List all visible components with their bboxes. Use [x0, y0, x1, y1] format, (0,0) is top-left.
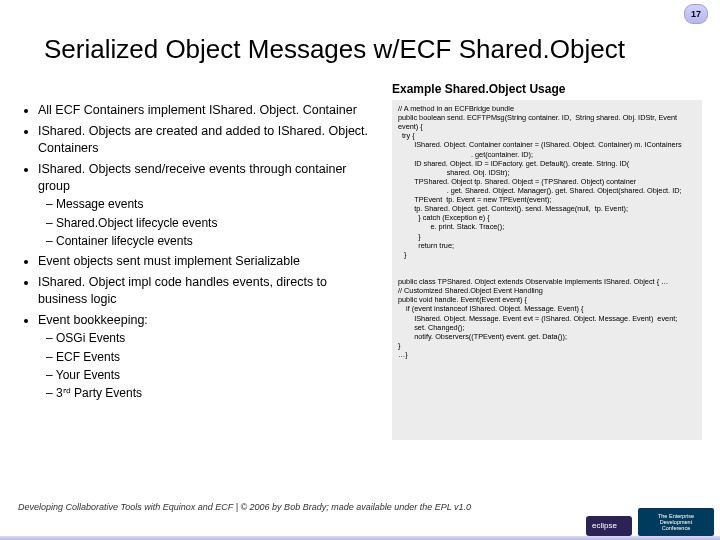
- sub-bullet: OSGi Events: [60, 330, 372, 346]
- bullet-list: All ECF Containers implement IShared. Ob…: [22, 102, 372, 401]
- code-example: // A method in an ECFBridge bundle publi…: [392, 100, 702, 440]
- sub-list: Message events Shared.Object lifecycle e…: [38, 196, 372, 249]
- bullet-column: All ECF Containers implement IShared. Ob…: [22, 102, 372, 405]
- bullet-text: Event bookkeeping:: [38, 313, 148, 327]
- sub-bullet: Shared.Object lifecycle events: [60, 215, 372, 231]
- page-number: 17: [691, 9, 701, 19]
- eclipse-world-logo-icon: The Enterprise Development Conference: [638, 508, 714, 536]
- logo-line: Conference: [662, 525, 690, 531]
- slide-title: Serialized Object Messages w/ECF Shared.…: [44, 34, 625, 65]
- bottom-accent-bar: [0, 536, 720, 540]
- logo-row: The Enterprise Development Conference: [586, 508, 714, 536]
- bullet: IShared. Object impl code handles events…: [38, 274, 372, 308]
- bullet-text: IShared. Objects send/receive events thr…: [38, 162, 347, 193]
- bullet: Event objects sent must implement Serial…: [38, 253, 372, 270]
- sub-bullet: Your Events: [60, 367, 372, 383]
- sub-bullet: ECF Events: [60, 349, 372, 365]
- footer-text: Developing Collaborative Tools with Equi…: [18, 502, 471, 512]
- bullet: IShared. Objects are created and added t…: [38, 123, 372, 157]
- bullet: All ECF Containers implement IShared. Ob…: [38, 102, 372, 119]
- sub-bullet: Container lifecycle events: [60, 233, 372, 249]
- page-number-badge: 17: [684, 4, 708, 24]
- sub-bullet: Message events: [60, 196, 372, 212]
- sub-bullet: 3ʳᵈ Party Events: [60, 385, 372, 401]
- eclipse-logo-icon: [586, 516, 632, 536]
- bullet: Event bookkeeping: OSGi Events ECF Event…: [38, 312, 372, 402]
- sub-list: OSGi Events ECF Events Your Events 3ʳᵈ P…: [38, 330, 372, 401]
- example-heading: Example Shared.Object Usage: [392, 82, 565, 96]
- slide: 17 Serialized Object Messages w/ECF Shar…: [0, 0, 720, 540]
- bullet: IShared. Objects send/receive events thr…: [38, 161, 372, 249]
